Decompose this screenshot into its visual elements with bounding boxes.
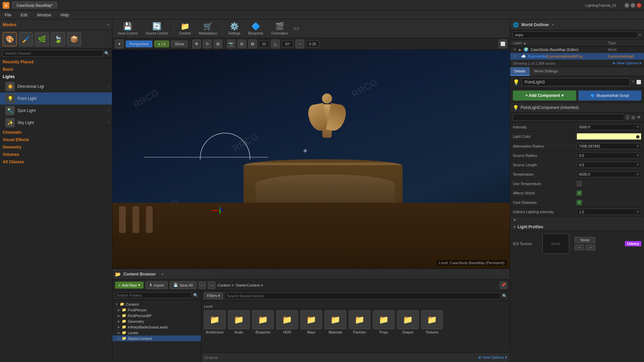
mode-icon-paint[interactable]: 🖌️ <box>19 32 33 46</box>
tree-item-firstpersonbp[interactable]: ▶ 📁 FirstPersonBP <box>112 313 201 318</box>
mode-icon-mesh[interactable]: 📦 <box>67 32 81 46</box>
udemy-logo[interactable]: Udemy <box>625 241 641 246</box>
section-geometry[interactable]: Geometry <box>0 143 112 151</box>
cb-item-hdri[interactable]: 📁 HDRI <box>276 310 298 334</box>
pin-button[interactable]: 📌 <box>500 282 507 289</box>
placement-item-spot[interactable]: 🔦 Spot Light ? <box>0 105 112 117</box>
sort-arrow[interactable]: ▲ <box>523 41 527 45</box>
filter-button[interactable]: Filters ▾ <box>204 292 223 299</box>
attenuation-reset[interactable]: ↺ <box>636 144 639 148</box>
select-icon-button[interactable]: ✜ <box>192 40 201 48</box>
save-current-button[interactable]: 💾 Save Current <box>115 21 140 37</box>
source-length-input[interactable]: 0.0 ↺ <box>577 162 641 168</box>
use-temperature-checkbox[interactable] <box>577 181 582 186</box>
view-options-button[interactable]: 👁 View Options ▾ <box>478 355 507 360</box>
details-list-view-button[interactable]: ☰ <box>626 115 630 120</box>
visibility-icon[interactable]: 👁 <box>513 47 517 52</box>
source-length-reset[interactable]: ↺ <box>636 163 639 167</box>
viewport[interactable]: RRCG RRCG RRCG RRCG RRCG <box>112 50 510 268</box>
search-classes-input[interactable] <box>3 50 103 57</box>
add-component-button[interactable]: + Add Component ▾ <box>513 90 576 101</box>
section-all-classes[interactable]: All Classes <box>0 158 112 166</box>
placement-item-point[interactable]: 💡 Point Light ? <box>0 93 112 105</box>
outliner-view-options[interactable]: 👁 View Options ▾ <box>612 61 641 65</box>
snap-icon-button[interactable]: ⊠ <box>248 40 257 48</box>
ies-next-button[interactable]: → <box>586 244 595 250</box>
outliner-search-input[interactable] <box>513 32 637 38</box>
search-folders-icon[interactable]: 🔍 <box>193 293 198 298</box>
marketplace-button[interactable]: 🛒 Marketplace <box>196 21 220 37</box>
outliner-clear-button[interactable]: × <box>639 32 641 38</box>
visibility-icon[interactable]: 👁 <box>513 54 517 59</box>
import-button[interactable]: ⬇ Import <box>146 281 168 289</box>
breadcrumb-starter-content[interactable]: StarterContent <box>236 283 260 287</box>
outliner-close[interactable]: × <box>552 22 554 27</box>
menu-file[interactable]: File <box>3 12 13 18</box>
indirect-lighting-input[interactable]: 1.0 ↺ <box>577 209 641 215</box>
content-search-icon[interactable]: 🔍 <box>502 294 507 298</box>
content-button[interactable]: 📁 Content <box>176 21 194 37</box>
blueprint-add-script-button[interactable]: 🔷 Blueprint/Add Script <box>578 90 642 101</box>
temperature-input[interactable]: 6500.0 ↺ <box>577 171 641 177</box>
nav-forward-button[interactable]: → <box>208 282 215 289</box>
maximize-button[interactable]: □ <box>631 3 635 8</box>
details-search-input[interactable] <box>513 114 624 121</box>
section-volumes[interactable]: Volumes <box>0 151 112 158</box>
tab-details[interactable]: Details <box>510 67 530 76</box>
cb-item-shapes[interactable]: 📁 Shapes <box>397 310 419 334</box>
menu-window[interactable]: Window <box>35 12 53 18</box>
tree-item-geometry[interactable]: ▶ 📁 Geometry <box>112 318 201 324</box>
directional-light-help[interactable]: ? <box>107 85 109 88</box>
actor-name-input[interactable] <box>522 78 630 86</box>
mode-icon-place[interactable]: 🎨 <box>3 32 17 46</box>
minimize-button[interactable]: ─ <box>625 3 629 8</box>
indirect-lighting-reset[interactable]: ↺ <box>636 210 639 214</box>
perspective-button[interactable]: Perspective <box>126 41 152 47</box>
menu-edit[interactable]: Edit <box>18 12 30 18</box>
active-tab[interactable]: CaseStudy-BaseMap* <box>12 2 57 9</box>
tree-item-firstperson[interactable]: ▶ 📁 FirstPerson <box>112 307 201 313</box>
content-search-input[interactable] <box>224 293 501 299</box>
toolbar-more-button[interactable]: >> <box>293 26 300 32</box>
outliner-item-basemap[interactable]: 👁 ▶ 🌍 CaseStudy-BaseMap (Editor) World <box>510 46 644 53</box>
breadcrumb-content[interactable]: Content <box>217 283 230 287</box>
tree-item-content[interactable]: ▼ 📁 Content <box>112 301 201 307</box>
blueprints-button[interactable]: 🔷 Blueprints <box>246 21 266 37</box>
cb-item-particles[interactable]: 📁 Particles <box>349 310 370 334</box>
section-lights[interactable]: Lights <box>0 73 112 80</box>
section-cinematic[interactable]: Cinematic <box>0 129 112 136</box>
attenuation-input[interactable]: 7408.587891 ↺ <box>577 143 641 149</box>
triangle-icon-button[interactable]: △ <box>271 40 280 48</box>
placement-item-directional[interactable]: ☀️ Directional Ligl ? <box>0 80 112 93</box>
save-all-button[interactable]: 💾 Save All <box>170 281 197 289</box>
ies-texture-thumb[interactable]: None <box>542 234 569 254</box>
viewport-dropdown-button[interactable]: ▾ <box>115 40 124 48</box>
nav-back-button[interactable]: ← <box>199 282 206 289</box>
source-control-button[interactable]: 🔄 Source Control <box>143 21 171 37</box>
grid-size-value[interactable]: 10 <box>259 41 269 47</box>
settings-button[interactable]: ⚙️ Settings <box>225 21 243 37</box>
sky-light-help[interactable]: ? <box>107 121 109 125</box>
cinematics-button[interactable]: 🎬 Cinematics <box>269 21 290 37</box>
tab-world-settings[interactable]: World Settings <box>530 67 562 76</box>
actor-help-button[interactable]: ? <box>632 80 634 84</box>
tree-item-startercontent[interactable]: ▶ 📁 StarterContent <box>112 336 201 341</box>
ies-prev-button[interactable]: ← <box>575 244 584 250</box>
show-button[interactable]: Show <box>171 41 188 47</box>
actor-expand-button[interactable]: ⬜ <box>636 80 641 84</box>
maximize-viewport-button[interactable]: ⬜ <box>498 40 507 48</box>
cb-item-blueprints[interactable]: 📁 Blueprints <box>252 310 274 334</box>
cb-item-audio[interactable]: 📁 Audio <box>228 310 250 334</box>
menu-help[interactable]: Help <box>59 12 71 18</box>
cb-item-props[interactable]: 📁 Props <box>373 310 394 334</box>
tree-item-levels[interactable]: ▶ 📁 Levels <box>112 330 201 336</box>
close-button[interactable]: × <box>637 3 641 8</box>
angle-value[interactable]: 10° <box>282 41 293 47</box>
cb-item-architecture[interactable]: 📁 Architecture <box>204 310 225 334</box>
cb-item-materials[interactable]: 📁 Materials <box>325 310 346 334</box>
intensity-input[interactable]: 5000.0 ↺ <box>577 124 641 130</box>
rotate-icon-button[interactable]: ↻ <box>203 40 212 48</box>
mode-icon-landscape[interactable]: 🍃 <box>51 32 65 46</box>
details-eye-button[interactable]: 👁 <box>637 115 641 120</box>
grid-icon-button[interactable]: ⊟ <box>237 40 246 48</box>
